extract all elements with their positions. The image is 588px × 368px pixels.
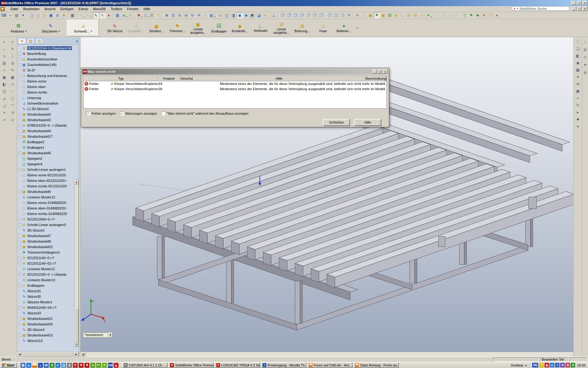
fullscreen-icon[interactable]: ⛶ — [575, 39, 581, 45]
tree-item[interactable]: + Skizze33 — [18, 310, 79, 316]
tree-item[interactable]: + Lineares Muster11 — [18, 266, 79, 272]
display-state-1-icon[interactable]: ❒ — [326, 12, 333, 18]
spark-icon[interactable]: ❧ — [102, 363, 107, 368]
standard-views-icon[interactable]: ◧ — [209, 12, 215, 18]
filter-flag-icon[interactable]: ⚑ — [468, 12, 474, 18]
tree-item[interactable]: + 9444011040~04->? — [18, 305, 79, 310]
resources-home-icon[interactable]: ⌂ — [583, 39, 588, 45]
tree-item[interactable]: + Ebene vorne — [18, 79, 79, 84]
tree-item[interactable]: + Beleuchtung und Kameras — [18, 73, 79, 79]
options-icon[interactable]: ☵ — [149, 12, 155, 18]
scroll-right-icon[interactable]: ▶ — [74, 352, 79, 357]
stop-icon[interactable]: ■ — [575, 116, 581, 122]
filter-vertices-icon[interactable]: ▽ — [434, 12, 440, 18]
expand-plus-icon[interactable]: + — [18, 124, 21, 127]
taskbar-window-button[interactable]: ◗ Posteingang - Mozilla Th... — [261, 362, 306, 368]
tree-item[interactable]: + Skizzen-Muster1 — [18, 299, 79, 305]
tree-item[interactable]: + Strukturbauteil13 — [18, 332, 79, 338]
command-button[interactable]: ⊞ Bohrung... — [292, 20, 313, 36]
tree-item[interactable]: + Strukturbauteil12 — [18, 316, 79, 321]
view-back-icon[interactable]: ❐ — [286, 12, 292, 18]
toolbar-more-chevron[interactable]: » — [494, 12, 500, 18]
menu-item[interactable]: MaxxDB — [91, 6, 108, 11]
maxxdb-save-icon[interactable]: ▤ — [13, 12, 20, 18]
solidworks-1-icon[interactable]: ❖ — [79, 363, 84, 368]
tree-item[interactable]: + Lineares Muster13 — [18, 277, 79, 283]
tree-item[interactable]: + 9212012564~0->? — [18, 217, 79, 222]
filter-edges-icon[interactable]: ▽ — [440, 12, 447, 18]
error-table-row[interactable]: ✕Fehler ⇄Körper-Verschieben/Kopieren38 M… — [84, 86, 386, 92]
tray-messenger-icon[interactable]: ◎ — [550, 363, 554, 367]
wrap-icon[interactable]: ◠ — [9, 102, 17, 109]
print-icon[interactable]: ▦ — [69, 12, 76, 18]
command-button[interactable]: ∟ Kehlnaht — [250, 20, 271, 36]
tray-windows-icon[interactable]: ⊞ — [571, 363, 575, 367]
propertymanager-tab[interactable]: ▤ — [27, 38, 35, 44]
menu-item[interactable]: Hilfe — [141, 6, 153, 11]
taskbar-window-button[interactable]: ✛ LOGOCAD TRIGA 4.2 Se... — [215, 362, 260, 368]
dialog-close-button[interactable]: ✕ — [383, 70, 387, 74]
collapse-pane-chevron[interactable]: « — [575, 95, 581, 101]
expand-plus-icon[interactable]: + — [18, 257, 21, 259]
tree-item[interactable]: + Endkappe2 — [18, 139, 79, 145]
command-manager-tab[interactable]: ⊿ Schweiß... — [67, 20, 99, 36]
section-view-icon[interactable]: ◪ — [256, 12, 262, 18]
tree-item[interactable]: + Skizze30 — [18, 294, 79, 299]
expand-plus-icon[interactable]: + — [18, 63, 21, 66]
db-launch-icon[interactable]: DB — [108, 363, 113, 368]
tree-item[interactable]: + Ursprung — [18, 95, 79, 101]
tree-item[interactable]: + Beschriftung — [18, 51, 79, 56]
make-assembly-icon[interactable]: ❖ — [61, 12, 67, 18]
tree-item[interactable]: + Endkappe1 — [18, 145, 79, 150]
command-button[interactable]: ▣ Struktur... — [146, 20, 167, 36]
measure-icon[interactable]: ⌗ — [9, 39, 17, 45]
menu-item[interactable]: Extras — [76, 6, 90, 11]
expand-plus-icon[interactable]: + — [18, 273, 21, 276]
block-icon[interactable]: ▣ — [0, 74, 8, 81]
redo-icon[interactable]: ↷ — [84, 12, 91, 18]
align-e2-icon[interactable]: ⊨ — [96, 363, 101, 368]
viewport-horizontal-scrollbar[interactable]: ◀ — [81, 352, 573, 357]
doc-minimize-button[interactable]: _ — [571, 6, 576, 11]
menu-item[interactable]: Datei — [8, 6, 21, 11]
tree-item[interactable]: + Schweißkonstruktion — [18, 101, 79, 106]
triga-icon[interactable]: ✛ — [73, 363, 78, 368]
commandmanager-overflow-icon[interactable]: ▾ — [355, 20, 359, 36]
toggle-filter-icon[interactable]: ▽ — [462, 12, 468, 18]
dialog-checkbox[interactable]: Warnungen anzeigen — [120, 112, 157, 115]
checkbox-icon[interactable] — [86, 112, 90, 115]
fillet-bead-icon[interactable]: ∟ — [399, 12, 406, 18]
table-column-header[interactable]: Feature — [158, 76, 180, 81]
close-dialog-button[interactable]: Schließen — [323, 119, 350, 126]
hidden-lines-removed-icon[interactable]: ◨ — [230, 12, 236, 18]
tree-item[interactable]: + 9212011140~02->? — [18, 261, 79, 266]
chamfer-icon[interactable]: ◇ — [419, 12, 425, 18]
tree-item[interactable]: + Strukturbauteil6 — [18, 189, 79, 194]
firefox-icon[interactable]: ᚙ — [32, 363, 37, 368]
refresh-icon[interactable]: ↻ — [575, 102, 581, 108]
traffic-light-icon[interactable]: ● — [106, 12, 112, 18]
filter-faces-icon[interactable]: ▽ — [447, 12, 453, 18]
menu-item[interactable]: Ansicht — [42, 6, 58, 11]
mirror-tool-icon[interactable]: ◫ — [0, 88, 8, 95]
expand-plus-icon[interactable]: + — [18, 235, 21, 237]
doc-restore-button[interactable]: ❐ — [577, 6, 582, 11]
menu-item[interactable]: Einfügen — [58, 6, 76, 11]
dialog-help-button[interactable]: Hilfe — [354, 119, 381, 126]
reference-geometry-icon[interactable]: ✦ — [425, 12, 432, 18]
tree-item[interactable]: + Strukturbauteil2 — [18, 112, 79, 117]
shell-icon[interactable]: ▢ — [9, 95, 17, 102]
extrude-icon[interactable]: ▣ — [380, 12, 386, 18]
tree-item[interactable]: + Zuschnittsliste(149) — [18, 62, 79, 67]
configurationmanager-tab[interactable]: ⧉ — [35, 38, 43, 44]
tree-item[interactable]: + Endkappen — [18, 283, 79, 288]
command-manager-tab[interactable]: ✎ Skizzieren — [35, 20, 67, 36]
pencil-icon[interactable]: ✎ — [9, 67, 17, 74]
view-right-icon[interactable]: ❐ — [299, 12, 305, 18]
solidworks-2-icon[interactable]: ❖ — [85, 363, 89, 368]
zoom-window-icon[interactable]: ⊕ — [164, 12, 170, 18]
shadows-icon[interactable]: ◩ — [249, 12, 256, 18]
tree-item[interactable]: + Schnitt-Linear austragen1 — [18, 167, 79, 172]
command-button[interactable]: 回 Endkappe — [209, 20, 229, 36]
tree-item[interactable]: + Ebene rechts-3140683220 — [18, 211, 79, 217]
